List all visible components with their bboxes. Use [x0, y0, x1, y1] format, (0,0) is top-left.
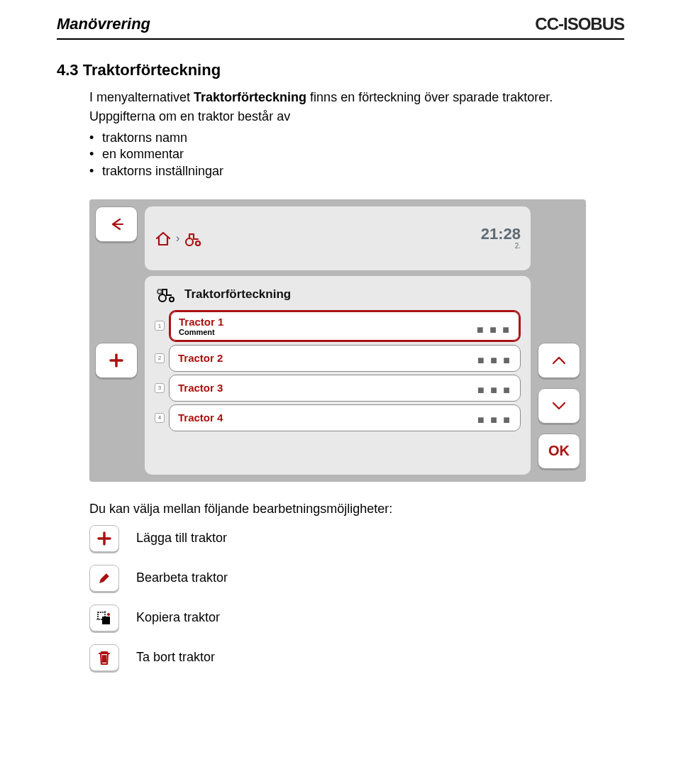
section-number: 4.3 [57, 61, 79, 79]
scroll-down-button[interactable] [538, 388, 580, 424]
svg-rect-6 [102, 617, 110, 624]
option-label: Ta bort traktor [136, 650, 624, 665]
option-key-edit[interactable] [89, 565, 119, 592]
option-key-copy[interactable] [89, 604, 119, 631]
option-label: Kopiera traktor [136, 610, 624, 625]
breadcrumb-bar: › 21:28 2. [145, 206, 531, 270]
list-item[interactable]: 2 Tractor 2 ■ ■ ■ [155, 345, 521, 372]
section-title: Traktorförteckning [83, 61, 221, 79]
softkeys-left [95, 206, 145, 475]
svg-point-1 [196, 241, 200, 245]
intro-keyword: Traktorförteckning [194, 90, 306, 104]
row-title: Tractor 2 [178, 352, 223, 364]
option-key-add[interactable] [89, 525, 119, 552]
ok-button[interactable]: OK [538, 434, 580, 469]
bullet-item: traktorns namn [102, 130, 624, 146]
svg-point-3 [170, 297, 174, 302]
softkeys-right: OK [531, 206, 580, 475]
row-subtitle: Comment [179, 328, 223, 336]
add-button[interactable] [95, 343, 138, 378]
svg-point-7 [107, 613, 110, 616]
option-label: Lägga till traktor [136, 531, 624, 546]
back-button[interactable] [95, 206, 138, 242]
bullet-item: en kommentar [102, 146, 624, 162]
section-heading: 4.3 Traktorförteckning [57, 61, 624, 79]
plus-icon [107, 351, 126, 370]
list-item[interactable]: 1 Tractor 1 Comment ■ ■ ■ [155, 310, 521, 342]
intro-line-2: Uppgifterna om en traktor består av [89, 109, 624, 125]
option-label: Bearbeta traktor [136, 570, 624, 585]
row-index: 3 [155, 383, 165, 393]
ellipsis-icon[interactable]: ■ ■ ■ [477, 354, 511, 367]
section-intro: I menyalternativet Traktorförteckning fi… [89, 89, 624, 180]
trash-icon [97, 650, 111, 666]
panel-title-text: Traktorförteckning [184, 287, 291, 302]
options-intro: Du kan välja mellan följande bearbetning… [89, 502, 624, 517]
breadcrumb-separator: › [176, 232, 179, 245]
intro-text-post: finns en förteckning över sparade trakto… [306, 90, 553, 104]
pencil-icon [96, 570, 112, 586]
ellipsis-icon[interactable]: ■ ■ ■ [477, 414, 511, 426]
row-title: Tractor 3 [178, 382, 223, 394]
arrow-left-icon [107, 215, 126, 233]
panel-title: Traktorförteckning [156, 286, 519, 303]
ellipsis-icon[interactable]: ■ ■ ■ [477, 324, 511, 336]
tractor-icon[interactable] [184, 231, 202, 246]
option-key-delete[interactable] [89, 644, 119, 671]
device-screenshot: › 21:28 2. OK [89, 199, 586, 482]
chevron-down-icon [550, 399, 568, 413]
tractor-list-icon [156, 286, 177, 303]
list-item[interactable]: 3 Tractor 3 ■ ■ ■ [155, 375, 521, 402]
intro-bullet-list: traktorns namn en kommentar traktorns in… [89, 130, 624, 180]
ellipsis-icon[interactable]: ■ ■ ■ [477, 384, 511, 397]
clock: 21:28 [481, 226, 521, 242]
row-index: 4 [155, 413, 165, 423]
chevron-up-icon [550, 353, 568, 368]
page-header: Manövrering CC-ISOBUS [57, 14, 624, 40]
row-index: 1 [155, 321, 165, 331]
clock-sub: 2. [481, 242, 521, 250]
row-title: Tractor 4 [178, 412, 223, 424]
svg-point-2 [159, 294, 166, 302]
plus-icon [96, 531, 112, 546]
document-title: Manövrering [57, 15, 150, 33]
brand-logo: CC-ISOBUS [535, 14, 624, 34]
svg-point-0 [186, 238, 193, 245]
bullet-item: traktorns inställningar [102, 163, 624, 180]
svg-point-4 [157, 289, 162, 294]
copy-icon [96, 610, 113, 626]
intro-text: I menyalternativet [89, 90, 194, 104]
row-title: Tractor 1 [179, 316, 223, 328]
main-panel: Traktorförteckning 1 Tractor 1 Comment ■… [145, 276, 531, 475]
home-icon[interactable] [155, 231, 172, 246]
list-item[interactable]: 4 Tractor 4 ■ ■ ■ [155, 404, 521, 431]
row-index: 2 [155, 353, 165, 363]
scroll-up-button[interactable] [538, 343, 580, 378]
